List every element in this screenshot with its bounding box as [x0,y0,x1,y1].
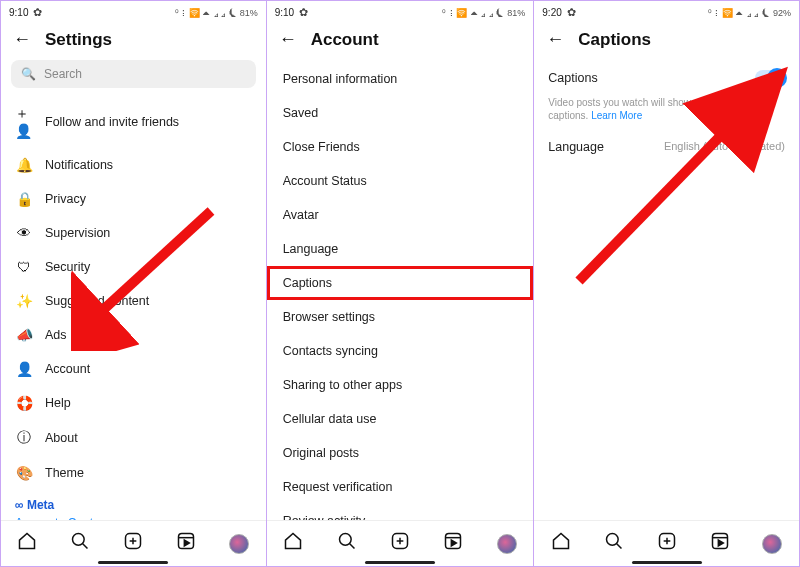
menu-item-label: Help [45,396,71,410]
nav-profile-avatar[interactable] [229,534,249,554]
account-item-sharing-to-other-apps[interactable]: Sharing to other apps [267,368,534,402]
account-item-avatar[interactable]: Avatar [267,198,534,232]
svg-line-3 [83,544,88,549]
nav-reels-icon[interactable] [710,531,730,556]
bottom-nav [534,520,799,566]
nav-home-icon[interactable] [17,531,37,556]
settings-item-about[interactable]: ⓘAbout [1,420,266,456]
settings-item-theme[interactable]: 🎨Theme [1,456,266,490]
nav-profile-avatar[interactable] [762,534,782,554]
account-item-request-verification[interactable]: Request verification [267,470,534,504]
battery-text: 81% [507,8,525,18]
nav-add-icon[interactable] [123,531,143,556]
nav-indicator [98,561,168,564]
privacy-icon: 🔒 [15,191,33,207]
status-time: 9:20 [542,7,561,18]
account-menu: Personal informationSavedClose FriendsAc… [267,60,534,567]
captions-toggle-row[interactable]: Captions [534,60,799,96]
gear-icon: ✿ [567,6,576,19]
svg-marker-17 [452,540,457,546]
account-icon: 👤 [15,361,33,377]
account-item-account-status[interactable]: Account Status [267,164,534,198]
language-value: English (auto-generated) [664,140,785,154]
language-row[interactable]: Language English (auto-generated) [534,130,799,164]
status-time: 9:10 [275,7,294,18]
page-title: Settings [45,30,112,50]
status-bar: 9:20 ✿ ⁰ ⫶ 🛜 ⏶ ◿ ◿ ⏾ 92% [534,1,799,21]
svg-point-10 [339,534,351,546]
nav-profile-avatar[interactable] [497,534,517,554]
notifications-icon: 🔔 [15,157,33,173]
nav-search-icon[interactable] [337,531,357,556]
status-icons: ⁰ ⫶ 🛜 ⏶ ◿ ◿ ⏾ [442,8,505,18]
back-arrow-icon[interactable]: ← [279,29,297,50]
suggested-content-icon: ✨ [15,293,33,309]
captions-toggle[interactable] [755,70,785,86]
status-time: 9:10 [9,7,28,18]
nav-home-icon[interactable] [551,531,571,556]
header: ← Captions [534,21,799,60]
panel-settings: 9:10 ✿ ⁰ ⫶ 🛜 ⏶ ◿ ◿ ⏾ 81% ← Settings 🔍 Se… [0,0,267,567]
captions-desc: Video posts you watch will show auto-gen… [534,96,799,130]
settings-item-notifications[interactable]: 🔔Notifications [1,148,266,182]
captions-label: Captions [548,71,597,85]
supervision-icon: 👁 [15,225,33,241]
nav-search-icon[interactable] [604,531,624,556]
account-item-browser-settings[interactable]: Browser settings [267,300,534,334]
settings-item-ads[interactable]: 📣Ads [1,318,266,352]
settings-item-privacy[interactable]: 🔒Privacy [1,182,266,216]
search-input[interactable]: 🔍 Search [11,60,256,88]
settings-item-security[interactable]: 🛡Security [1,250,266,284]
language-label: Language [548,140,604,154]
account-item-close-friends[interactable]: Close Friends [267,130,534,164]
nav-home-icon[interactable] [283,531,303,556]
ads-icon: 📣 [15,327,33,343]
status-bar: 9:10 ✿ ⁰ ⫶ 🛜 ⏶ ◿ ◿ ⏾ 81% [267,1,534,21]
svg-line-21 [616,544,621,549]
account-item-saved[interactable]: Saved [267,96,534,130]
svg-marker-27 [718,540,723,546]
account-item-language[interactable]: Language [267,232,534,266]
gear-icon: ✿ [299,6,308,19]
menu-item-label: Follow and invite friends [45,115,179,129]
menu-item-label: Security [45,260,90,274]
menu-item-label: Privacy [45,192,86,206]
nav-add-icon[interactable] [657,531,677,556]
menu-item-label: Suggested content [45,294,149,308]
account-item-original-posts[interactable]: Original posts [267,436,534,470]
nav-add-icon[interactable] [390,531,410,556]
bottom-nav [267,520,534,566]
menu-item-label: Supervision [45,226,110,240]
status-icons: ⁰ ⫶ 🛜 ⏶ ◿ ◿ ⏾ [175,8,238,18]
nav-search-icon[interactable] [70,531,90,556]
header: ← Account [267,21,534,60]
search-icon: 🔍 [21,67,36,81]
settings-item-help[interactable]: 🛟Help [1,386,266,420]
theme-icon: 🎨 [15,465,33,481]
settings-item-supervision[interactable]: 👁Supervision [1,216,266,250]
status-bar: 9:10 ✿ ⁰ ⫶ 🛜 ⏶ ◿ ◿ ⏾ 81% [1,1,266,21]
settings-item-account[interactable]: 👤Account [1,352,266,386]
account-item-cellular-data-use[interactable]: Cellular data use [267,402,534,436]
security-icon: 🛡 [15,259,33,275]
settings-item-suggested-content[interactable]: ✨Suggested content [1,284,266,318]
back-arrow-icon[interactable]: ← [546,29,564,50]
menu-item-label: Notifications [45,158,113,172]
battery-text: 81% [240,8,258,18]
menu-item-label: About [45,431,78,445]
learn-more-link[interactable]: Learn More [591,110,642,121]
svg-marker-9 [185,540,190,546]
back-arrow-icon[interactable]: ← [13,29,31,50]
nav-reels-icon[interactable] [176,531,196,556]
account-item-captions[interactable]: Captions [267,266,534,300]
status-icons: ⁰ ⫶ 🛜 ⏶ ◿ ◿ ⏾ [708,8,771,18]
panel-captions: 9:20 ✿ ⁰ ⫶ 🛜 ⏶ ◿ ◿ ⏾ 92% ← Captions Capt… [533,0,800,567]
settings-item-follow-and-invite-friends[interactable]: ＋👤Follow and invite friends [1,96,266,148]
svg-point-2 [73,534,85,546]
nav-indicator [365,561,435,564]
meta-logo: ∞ Meta [15,498,252,512]
nav-reels-icon[interactable] [443,531,463,556]
menu-item-label: Account [45,362,90,376]
account-item-personal-information[interactable]: Personal information [267,62,534,96]
account-item-contacts-syncing[interactable]: Contacts syncing [267,334,534,368]
